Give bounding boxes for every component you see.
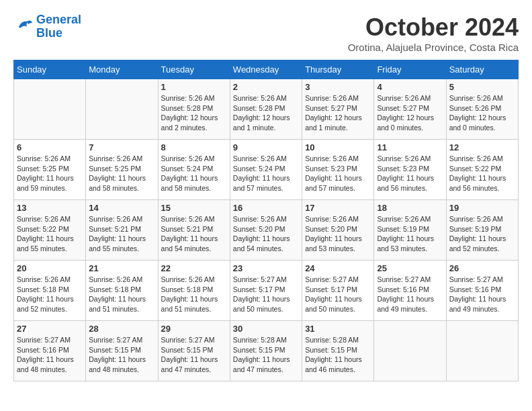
day-number: 10 — [305, 142, 371, 152]
day-info: Sunrise: 5:26 AM Sunset: 5:22 PM Dayligh… — [449, 154, 515, 193]
table-row: 7Sunrise: 5:26 AM Sunset: 5:25 PM Daylig… — [86, 140, 158, 200]
col-friday: Friday — [374, 60, 446, 79]
calendar-week-2: 6Sunrise: 5:26 AM Sunset: 5:25 PM Daylig… — [14, 140, 519, 200]
table-row: 4Sunrise: 5:26 AM Sunset: 5:27 PM Daylig… — [374, 79, 446, 140]
month-title: October 2024 — [348, 13, 519, 42]
day-info: Sunrise: 5:26 AM Sunset: 5:25 PM Dayligh… — [17, 154, 83, 193]
table-row: 6Sunrise: 5:26 AM Sunset: 5:25 PM Daylig… — [14, 140, 86, 200]
day-number: 25 — [377, 263, 443, 273]
day-info: Sunrise: 5:26 AM Sunset: 5:22 PM Dayligh… — [17, 214, 83, 254]
col-wednesday: Wednesday — [230, 60, 302, 79]
day-number: 15 — [161, 203, 227, 213]
calendar-week-3: 13Sunrise: 5:26 AM Sunset: 5:22 PM Dayli… — [14, 200, 519, 261]
day-info: Sunrise: 5:26 AM Sunset: 5:18 PM Dayligh… — [89, 275, 154, 314]
day-number: 4 — [377, 82, 443, 92]
table-row — [86, 79, 158, 140]
table-row: 14Sunrise: 5:26 AM Sunset: 5:21 PM Dayli… — [86, 200, 158, 261]
day-info: Sunrise: 5:27 AM Sunset: 5:15 PM Dayligh… — [89, 335, 154, 375]
day-number: 14 — [89, 203, 154, 213]
day-info: Sunrise: 5:26 AM Sunset: 5:21 PM Dayligh… — [161, 214, 227, 254]
day-number: 11 — [377, 142, 443, 152]
day-number: 28 — [89, 324, 154, 334]
day-number: 13 — [17, 203, 83, 213]
day-info: Sunrise: 5:26 AM Sunset: 5:20 PM Dayligh… — [305, 214, 371, 254]
logo-text: General Blue — [36, 13, 81, 40]
day-number: 19 — [449, 203, 515, 213]
calendar-week-5: 27Sunrise: 5:27 AM Sunset: 5:16 PM Dayli… — [14, 321, 519, 381]
col-saturday: Saturday — [446, 60, 518, 79]
day-number: 7 — [89, 142, 154, 152]
table-row: 31Sunrise: 5:28 AM Sunset: 5:15 PM Dayli… — [302, 321, 374, 381]
day-info: Sunrise: 5:26 AM Sunset: 5:19 PM Dayligh… — [377, 214, 443, 254]
day-info: Sunrise: 5:26 AM Sunset: 5:20 PM Dayligh… — [233, 214, 299, 254]
calendar-week-4: 20Sunrise: 5:26 AM Sunset: 5:18 PM Dayli… — [14, 261, 519, 321]
day-number: 9 — [233, 142, 299, 152]
table-row: 5Sunrise: 5:26 AM Sunset: 5:26 PM Daylig… — [446, 79, 518, 140]
table-row: 29Sunrise: 5:27 AM Sunset: 5:15 PM Dayli… — [158, 321, 230, 381]
calendar-week-1: 1Sunrise: 5:26 AM Sunset: 5:28 PM Daylig… — [14, 79, 519, 140]
day-number: 8 — [161, 142, 227, 152]
day-info: Sunrise: 5:27 AM Sunset: 5:16 PM Dayligh… — [377, 275, 443, 314]
col-sunday: Sunday — [14, 60, 86, 79]
table-row: 20Sunrise: 5:26 AM Sunset: 5:18 PM Dayli… — [14, 261, 86, 321]
table-row: 25Sunrise: 5:27 AM Sunset: 5:16 PM Dayli… — [374, 261, 446, 321]
table-row: 28Sunrise: 5:27 AM Sunset: 5:15 PM Dayli… — [86, 321, 158, 381]
table-row: 26Sunrise: 5:27 AM Sunset: 5:16 PM Dayli… — [446, 261, 518, 321]
location-subtitle: Orotina, Alajuela Province, Costa Rica — [348, 42, 519, 53]
day-number: 2 — [233, 82, 299, 92]
calendar-header-row: Sunday Monday Tuesday Wednesday Thursday… — [14, 60, 519, 79]
day-info: Sunrise: 5:26 AM Sunset: 5:28 PM Dayligh… — [233, 93, 299, 133]
col-monday: Monday — [86, 60, 158, 79]
day-number: 12 — [449, 142, 515, 152]
table-row — [374, 321, 446, 381]
day-info: Sunrise: 5:27 AM Sunset: 5:17 PM Dayligh… — [305, 275, 371, 314]
page-header: General Blue October 2024 Orotina, Alaju… — [13, 13, 519, 53]
logo-bird-icon — [13, 17, 34, 36]
day-number: 24 — [305, 263, 371, 273]
table-row — [14, 79, 86, 140]
table-row: 24Sunrise: 5:27 AM Sunset: 5:17 PM Dayli… — [302, 261, 374, 321]
day-info: Sunrise: 5:26 AM Sunset: 5:23 PM Dayligh… — [305, 154, 371, 193]
day-info: Sunrise: 5:26 AM Sunset: 5:25 PM Dayligh… — [89, 154, 154, 193]
day-number: 5 — [449, 82, 515, 92]
day-number: 3 — [305, 82, 371, 92]
day-info: Sunrise: 5:26 AM Sunset: 5:28 PM Dayligh… — [161, 93, 227, 133]
table-row: 11Sunrise: 5:26 AM Sunset: 5:23 PM Dayli… — [374, 140, 446, 200]
day-info: Sunrise: 5:26 AM Sunset: 5:18 PM Dayligh… — [17, 275, 83, 314]
calendar-table: Sunday Monday Tuesday Wednesday Thursday… — [13, 60, 519, 381]
day-info: Sunrise: 5:26 AM Sunset: 5:24 PM Dayligh… — [161, 154, 227, 193]
day-info: Sunrise: 5:26 AM Sunset: 5:27 PM Dayligh… — [305, 93, 371, 133]
day-info: Sunrise: 5:27 AM Sunset: 5:16 PM Dayligh… — [449, 275, 515, 314]
day-info: Sunrise: 5:26 AM Sunset: 5:27 PM Dayligh… — [377, 93, 443, 133]
day-info: Sunrise: 5:26 AM Sunset: 5:23 PM Dayligh… — [377, 154, 443, 193]
day-number: 22 — [161, 263, 227, 273]
table-row: 13Sunrise: 5:26 AM Sunset: 5:22 PM Dayli… — [14, 200, 86, 261]
day-number: 30 — [233, 324, 299, 334]
day-info: Sunrise: 5:27 AM Sunset: 5:15 PM Dayligh… — [161, 335, 227, 375]
col-tuesday: Tuesday — [158, 60, 230, 79]
table-row: 3Sunrise: 5:26 AM Sunset: 5:27 PM Daylig… — [302, 79, 374, 140]
day-number: 21 — [89, 263, 154, 273]
col-thursday: Thursday — [302, 60, 374, 79]
table-row: 2Sunrise: 5:26 AM Sunset: 5:28 PM Daylig… — [230, 79, 302, 140]
day-number: 20 — [17, 263, 83, 273]
table-row: 15Sunrise: 5:26 AM Sunset: 5:21 PM Dayli… — [158, 200, 230, 261]
table-row: 23Sunrise: 5:27 AM Sunset: 5:17 PM Dayli… — [230, 261, 302, 321]
day-number: 16 — [233, 203, 299, 213]
day-number: 23 — [233, 263, 299, 273]
table-row: 21Sunrise: 5:26 AM Sunset: 5:18 PM Dayli… — [86, 261, 158, 321]
day-number: 1 — [161, 82, 227, 92]
title-area: October 2024 Orotina, Alajuela Province,… — [348, 13, 519, 53]
day-info: Sunrise: 5:26 AM Sunset: 5:26 PM Dayligh… — [449, 93, 515, 133]
day-number: 29 — [161, 324, 227, 334]
day-number: 31 — [305, 324, 371, 334]
day-info: Sunrise: 5:26 AM Sunset: 5:24 PM Dayligh… — [233, 154, 299, 193]
table-row: 19Sunrise: 5:26 AM Sunset: 5:19 PM Dayli… — [446, 200, 518, 261]
day-number: 26 — [449, 263, 515, 273]
table-row: 22Sunrise: 5:26 AM Sunset: 5:18 PM Dayli… — [158, 261, 230, 321]
table-row: 17Sunrise: 5:26 AM Sunset: 5:20 PM Dayli… — [302, 200, 374, 261]
day-number: 17 — [305, 203, 371, 213]
table-row — [446, 321, 518, 381]
logo: General Blue — [13, 13, 81, 40]
day-info: Sunrise: 5:26 AM Sunset: 5:21 PM Dayligh… — [89, 214, 154, 254]
